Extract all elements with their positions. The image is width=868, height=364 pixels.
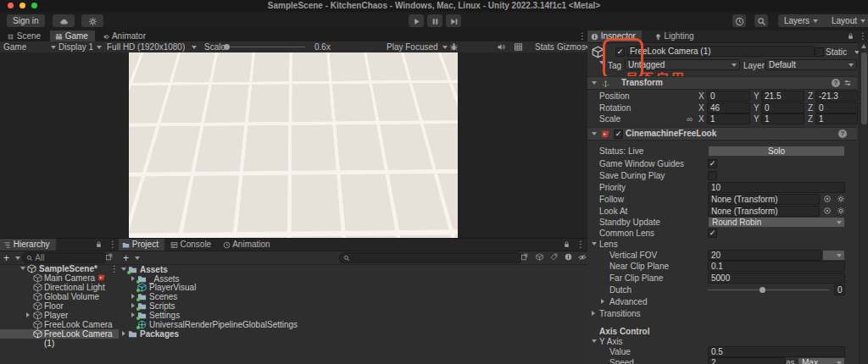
value-field[interactable]: 0.5 [708, 346, 845, 357]
hidden-items-eye-icon[interactable] [578, 253, 587, 262]
priority-field[interactable]: 10 [708, 182, 845, 193]
foldout-open-icon[interactable] [20, 267, 25, 270]
layers-dropdown[interactable]: Layers [778, 14, 829, 27]
hierarchy-search-input[interactable]: All [22, 252, 107, 263]
near-clip-field[interactable]: 0.1 [708, 261, 845, 272]
position-y-field[interactable]: 21.5 [761, 91, 804, 102]
foldout-open-icon[interactable] [592, 242, 597, 245]
hierarchy-item-global-volume[interactable]: Global Volume [0, 292, 119, 301]
dutch-slider-thumb[interactable] [760, 287, 765, 293]
chevron-down-icon[interactable] [15, 256, 20, 260]
chevron-down-icon[interactable] [192, 46, 197, 49]
project-menu-icon[interactable]: ⋮ [576, 240, 585, 249]
rotation-y-field[interactable]: 0 [761, 102, 804, 113]
hierarchy-item-freelook-camera-1-selected[interactable]: FreeLook Camera (1) [0, 329, 119, 339]
game-render-area[interactable] [129, 52, 458, 238]
scene-menu-icon[interactable]: ⋮ [110, 264, 119, 273]
create-object-button[interactable]: + [3, 252, 9, 264]
foldout-closed-icon[interactable] [131, 303, 135, 308]
chevron-down-icon[interactable] [97, 46, 102, 49]
resolution-dropdown[interactable]: Full HD (1920x1080) [107, 42, 185, 52]
preset-icon[interactable] [843, 79, 852, 87]
hierarchy-item-freelook-camera[interactable]: FreeLook Camera [0, 320, 119, 329]
common-lens-checkbox[interactable] [708, 229, 717, 238]
foldout-open-icon[interactable] [592, 339, 597, 343]
scrollbar-up-arrow[interactable] [861, 44, 866, 48]
popout-icon[interactable] [105, 253, 113, 261]
project-item-playervisual[interactable]: PlayerVisual [119, 283, 587, 292]
transitions-foldout-row[interactable]: Transitions [587, 308, 857, 319]
transform-header[interactable]: Transform ? ⋮ [587, 76, 857, 90]
look-at-object-field[interactable]: None (Transform) [708, 206, 820, 217]
scale-x-field[interactable]: 1 [707, 113, 750, 124]
speed-field[interactable]: 2 [708, 357, 786, 364]
lens-foldout-row[interactable]: Lens [587, 239, 857, 250]
play-focused-dropdown[interactable]: Play Focused [387, 42, 438, 52]
foldout-open-icon[interactable] [592, 81, 597, 85]
tab-game[interactable]: Game [50, 30, 95, 41]
step-button[interactable] [446, 14, 461, 27]
game-window-guides-checkbox[interactable] [708, 159, 717, 168]
create-asset-button[interactable]: + [123, 252, 129, 264]
tab-animator[interactable]: Animator [97, 30, 153, 41]
package-icon[interactable] [536, 253, 543, 261]
fov-mode-dropdown[interactable] [822, 250, 845, 261]
hierarchy-item-scene[interactable]: SampleScene* ⋮ [0, 264, 119, 273]
sign-in-button[interactable]: Sign in [7, 14, 45, 27]
project-item-scenes[interactable]: Scenes [119, 292, 587, 301]
pause-button[interactable] [427, 14, 442, 27]
layout-dropdown[interactable]: Layout [826, 14, 868, 27]
tab-lighting[interactable]: Lighting [651, 30, 700, 42]
project-item-scripts[interactable]: Scripts [119, 301, 587, 311]
gameobject-name-field[interactable]: FreeLook Camera (1) [626, 46, 815, 57]
cinemachine-header[interactable]: CinemachineFreeLook ? ⋮ [587, 127, 857, 141]
speed-mode-dropdown[interactable]: Max Speed [798, 357, 845, 364]
help-icon[interactable]: ? [832, 79, 840, 87]
gear-icon[interactable] [837, 207, 845, 215]
link-scale-icon[interactable]: ∞ [687, 113, 693, 124]
project-item-settings[interactable]: Settings [119, 311, 587, 320]
undo-history-button[interactable] [732, 14, 746, 27]
help-icon[interactable]: ? [838, 130, 847, 138]
cinemachine-enabled-checkbox[interactable] [614, 130, 623, 139]
position-z-field[interactable]: -21.3 [815, 91, 858, 102]
follow-object-field[interactable]: None (Transform) [708, 194, 820, 205]
foldout-open-icon[interactable] [592, 132, 597, 135]
gear-icon[interactable] [837, 195, 845, 203]
foldout-closed-icon[interactable] [131, 276, 135, 281]
object-picker-target-icon[interactable] [823, 195, 832, 203]
advanced-foldout-row[interactable]: Advanced [587, 296, 857, 307]
inspector-scrollbar[interactable] [859, 42, 868, 364]
dutch-slider-track[interactable] [708, 290, 829, 290]
foldout-open-icon[interactable] [121, 267, 126, 271]
search-button[interactable] [754, 14, 768, 27]
solo-button[interactable]: Solo [708, 146, 845, 157]
project-item-packages[interactable]: Packages [119, 329, 587, 339]
vsync-grid-icon[interactable] [514, 42, 523, 52]
info-icon[interactable] [565, 253, 572, 261]
stats-button[interactable]: Stats [535, 42, 554, 52]
foldout-closed-icon[interactable] [122, 331, 125, 336]
display-dropdown[interactable]: Display 1 [58, 42, 93, 52]
standby-update-dropdown[interactable]: Round Robin [708, 217, 845, 228]
scale-z-field[interactable]: 1 [815, 113, 858, 124]
chevron-down-icon[interactable] [51, 46, 56, 49]
gizmos-dropdown[interactable]: Gizmos [557, 42, 586, 52]
game-viewport[interactable] [0, 52, 588, 238]
play-button[interactable] [409, 14, 424, 27]
hierarchy-item-directional-light[interactable]: Directional Light [0, 283, 119, 292]
chevron-down-icon[interactable] [442, 46, 448, 49]
tab-project[interactable]: Project [119, 239, 164, 251]
tab-console[interactable]: Console [167, 239, 217, 251]
scrollbar-thumb[interactable] [861, 52, 867, 124]
label-tag-icon[interactable] [550, 253, 558, 261]
chevron-down-icon[interactable] [135, 256, 140, 260]
save-during-play-checkbox[interactable] [708, 171, 717, 180]
lock-icon[interactable] [563, 240, 570, 248]
project-search-input[interactable] [339, 252, 522, 263]
lock-icon[interactable] [847, 32, 854, 40]
project-item-urp-settings[interactable]: UniversalRenderPipelineGlobalSettings [119, 320, 587, 329]
static-checkbox[interactable] [815, 47, 824, 57]
hierarchy-item-floor[interactable]: Floor [0, 301, 119, 311]
frame-debugger-bug-icon[interactable] [449, 42, 459, 52]
